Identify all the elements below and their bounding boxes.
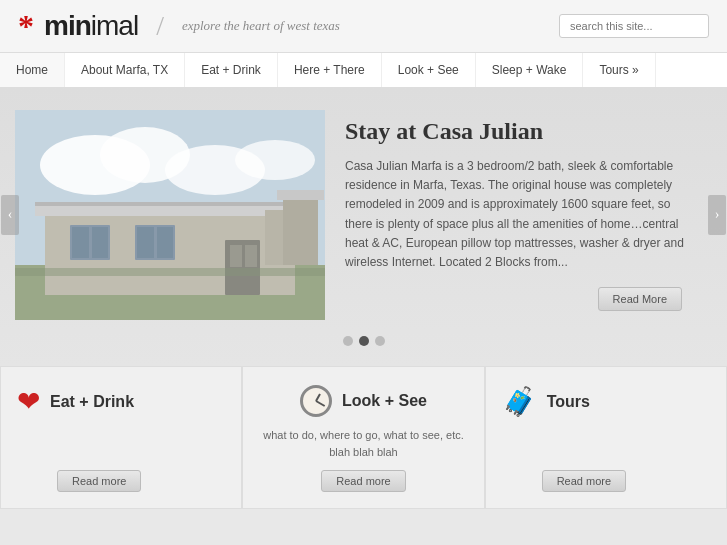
svg-rect-21 (15, 268, 325, 276)
slide-content: Stay at Casa Julian Casa Julian Marfa is… (325, 103, 712, 326)
svg-rect-14 (157, 227, 173, 258)
nav-item-eat-drink[interactable]: Eat + Drink (185, 53, 278, 87)
nav-item-home[interactable]: Home (0, 53, 65, 87)
card-tours-title: Tours (547, 393, 590, 411)
slide-image (15, 110, 325, 320)
slider-dots (15, 336, 712, 351)
logo-imal: imal (91, 10, 138, 41)
logo-divider: / (156, 10, 164, 42)
card-eat-drink-header: ❤ Eat + Drink (17, 385, 134, 418)
card-look-see-btn[interactable]: Read more (321, 470, 405, 492)
card-tours: 🧳 Tours Read more (485, 366, 727, 509)
slide-read-more-button[interactable]: Read More (598, 287, 682, 311)
card-eat-drink-title: Eat + Drink (50, 393, 134, 411)
svg-rect-17 (245, 245, 257, 267)
slider: ‹ (15, 103, 712, 326)
svg-rect-13 (137, 227, 154, 258)
dot-1[interactable] (343, 336, 353, 346)
card-tours-btn[interactable]: Read more (542, 470, 626, 492)
tagline: explore the heart of west texas (182, 18, 340, 34)
nav-item-look-see[interactable]: Look + See (382, 53, 476, 87)
heart-icon: ❤ (17, 385, 40, 418)
card-look-see: Look + See what to do, where to go, what… (242, 366, 484, 509)
slider-next-arrow[interactable]: › (708, 195, 726, 235)
logo-text: minimal (44, 10, 138, 42)
dot-3[interactable] (375, 336, 385, 346)
card-tours-header: 🧳 Tours (502, 385, 590, 418)
svg-rect-8 (35, 202, 305, 206)
logo-asterisk: * (18, 10, 34, 42)
search-input[interactable] (559, 14, 709, 38)
card-eat-drink: ❤ Eat + Drink Read more (0, 366, 242, 509)
svg-rect-19 (283, 195, 318, 265)
svg-rect-20 (277, 190, 324, 200)
svg-rect-16 (230, 245, 242, 267)
slider-prev-arrow[interactable]: ‹ (1, 195, 19, 235)
slide-body: Casa Julian Marfa is a 3 bedroom/2 bath,… (345, 157, 692, 272)
svg-rect-10 (72, 227, 89, 258)
main-nav: Home About Marfa, TX Eat + Drink Here + … (0, 53, 727, 88)
card-look-see-header: Look + See (300, 385, 427, 417)
card-look-see-title: Look + See (342, 392, 427, 410)
clock-minute-hand (316, 400, 326, 407)
logo-area: * minimal / explore the heart of west te… (18, 10, 340, 42)
card-eat-drink-btn[interactable]: Read more (57, 470, 141, 492)
svg-point-4 (235, 140, 315, 180)
main-content: ‹ (0, 88, 727, 366)
nav-item-tours[interactable]: Tours » (583, 53, 655, 87)
slide-title: Stay at Casa Julian (345, 118, 692, 145)
header: * minimal / explore the heart of west te… (0, 0, 727, 53)
nav-item-sleep-wake[interactable]: Sleep + Wake (476, 53, 584, 87)
nav-item-here-there[interactable]: Here + There (278, 53, 382, 87)
card-look-see-desc: what to do, where to go, what to see, et… (259, 427, 467, 460)
logo-min: min (44, 10, 91, 41)
cards-row: ❤ Eat + Drink Read more Look + See what … (0, 366, 727, 509)
svg-rect-11 (92, 227, 108, 258)
nav-item-about[interactable]: About Marfa, TX (65, 53, 185, 87)
briefcase-icon: 🧳 (502, 385, 537, 418)
dot-2[interactable] (359, 336, 369, 346)
clock-icon (300, 385, 332, 417)
